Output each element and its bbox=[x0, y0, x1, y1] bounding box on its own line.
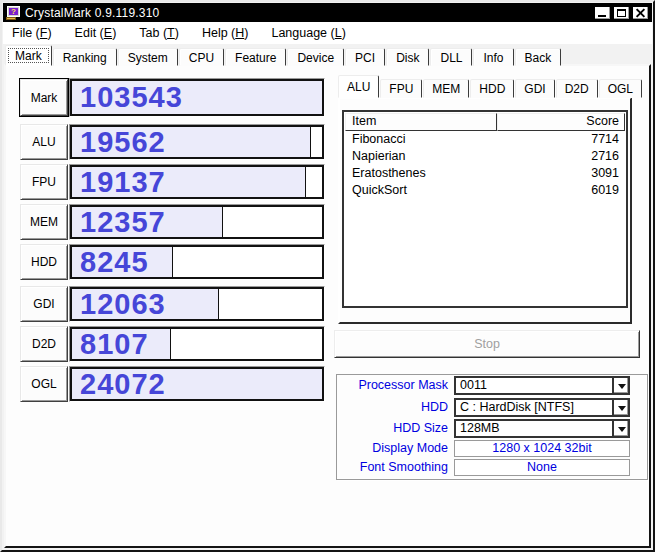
menu-bar: File (F) Edit (E) Tab (T) Help (H) Langu… bbox=[3, 22, 652, 44]
tab-system[interactable]: System bbox=[118, 48, 178, 66]
mark-button[interactable]: Mark bbox=[20, 79, 68, 116]
item-cell: Napierian bbox=[345, 148, 497, 165]
fpu-button[interactable]: FPU bbox=[20, 164, 68, 200]
app-window: ? CrystalMark 0.9.119.310 File (F) Edit … bbox=[0, 0, 655, 552]
detail-tab-ogl[interactable]: OGL bbox=[599, 79, 642, 98]
detail-tab-alu[interactable]: ALU bbox=[338, 75, 379, 98]
score-bar-gdi: 12063 bbox=[69, 286, 325, 322]
d2d-button[interactable]: D2D bbox=[20, 326, 68, 362]
item-cell: Eratosthenes bbox=[345, 165, 497, 182]
tab-disk[interactable]: Disk bbox=[386, 48, 429, 66]
benchmark-table-body: Fibonacci7714Napierian2716Eratosthenes30… bbox=[345, 131, 625, 199]
display-mode-value: 1280 x 1024 32bit bbox=[454, 440, 630, 457]
column-header-item[interactable]: Item bbox=[345, 113, 497, 131]
column-header-score[interactable]: Score bbox=[497, 113, 625, 131]
tab-feature[interactable]: Feature bbox=[225, 48, 286, 66]
detail-tab-d2d[interactable]: D2D bbox=[556, 79, 598, 98]
maximize-icon[interactable] bbox=[613, 6, 630, 20]
detail-tab-fpu[interactable]: FPU bbox=[380, 79, 422, 98]
alu-button[interactable]: ALU bbox=[20, 124, 68, 160]
table-row[interactable]: Fibonacci7714 bbox=[345, 131, 625, 148]
hdd-select[interactable]: C : HardDisk [NTFS] bbox=[454, 398, 630, 417]
window-title: CrystalMark 0.9.119.310 bbox=[25, 6, 159, 20]
stop-button[interactable]: Stop bbox=[334, 330, 640, 358]
chevron-down-icon[interactable] bbox=[612, 378, 628, 393]
score-bar-d2d: 8107 bbox=[69, 326, 325, 362]
score-cell: 3091 bbox=[497, 165, 625, 182]
tab-cpu[interactable]: CPU bbox=[179, 48, 224, 66]
processor-mask-select[interactable]: 0011 bbox=[454, 376, 630, 395]
font-smoothing-value: None bbox=[454, 459, 630, 476]
table-header: Item Score bbox=[345, 113, 625, 131]
score-cell: 6019 bbox=[497, 182, 625, 199]
display-mode-label: Display Mode bbox=[342, 440, 448, 457]
font-smoothing-label: Font Smoothing bbox=[342, 459, 448, 476]
chevron-down-icon[interactable] bbox=[612, 421, 628, 436]
score-bar-mem: 12357 bbox=[69, 204, 325, 240]
processor-mask-label: Processor Mask bbox=[342, 376, 448, 395]
menu-item-help[interactable]: Help (H) bbox=[202, 26, 249, 40]
title-bar[interactable]: ? CrystalMark 0.9.119.310 bbox=[3, 3, 652, 22]
detail-tab-gdi[interactable]: GDI bbox=[515, 79, 554, 98]
mem-button[interactable]: MEM bbox=[20, 204, 68, 240]
detail-tab-hdd[interactable]: HDD bbox=[470, 79, 514, 98]
detail-tab-strip: ALU FPU MEM HDD GDI D2D OGL bbox=[338, 75, 643, 98]
score-value-hdd: 8245 bbox=[72, 248, 149, 277]
score-bar-ogl: 24072 bbox=[69, 366, 325, 402]
score-value-mark: 103543 bbox=[72, 83, 183, 112]
tab-dll[interactable]: DLL bbox=[430, 48, 472, 66]
table-row[interactable]: QuickSort6019 bbox=[345, 182, 625, 199]
score-value-alu: 19562 bbox=[72, 128, 166, 157]
score-cell: 7714 bbox=[497, 131, 625, 148]
hdd-button[interactable]: HDD bbox=[20, 244, 68, 280]
item-cell: QuickSort bbox=[345, 182, 497, 199]
item-cell: Fibonacci bbox=[345, 131, 497, 148]
main-tab-strip: Mark Ranking System CPU Feature Device P… bbox=[5, 45, 562, 66]
score-value-gdi: 12063 bbox=[72, 290, 166, 319]
score-bar-alu: 19562 bbox=[69, 124, 325, 160]
benchmark-table: Item Score Fibonacci7714Napierian2716Era… bbox=[342, 110, 628, 308]
score-bar-fpu: 19137 bbox=[69, 164, 325, 200]
tab-info[interactable]: Info bbox=[473, 48, 513, 66]
app-icon: ? bbox=[6, 6, 21, 20]
hdd-size-select[interactable]: 128MB bbox=[454, 419, 630, 438]
score-bar-hdd: 8245 bbox=[69, 244, 325, 280]
tab-device[interactable]: Device bbox=[287, 48, 344, 66]
score-value-ogl: 24072 bbox=[72, 370, 166, 399]
table-row[interactable]: Napierian2716 bbox=[345, 148, 625, 165]
tab-back[interactable]: Back bbox=[515, 48, 562, 66]
score-cell: 2716 bbox=[497, 148, 625, 165]
menu-item-language[interactable]: Language (L) bbox=[271, 26, 345, 40]
table-row[interactable]: Eratosthenes3091 bbox=[345, 165, 625, 182]
tab-mark[interactable]: Mark bbox=[5, 45, 52, 66]
menu-item-edit[interactable]: Edit (E) bbox=[75, 26, 117, 40]
tab-pci[interactable]: PCI bbox=[345, 48, 385, 66]
menu-item-file[interactable]: File (F) bbox=[12, 26, 52, 40]
detail-tab-mem[interactable]: MEM bbox=[423, 79, 469, 98]
ogl-button[interactable]: OGL bbox=[20, 366, 68, 402]
minimize-icon[interactable] bbox=[594, 6, 611, 20]
hdd-label: HDD bbox=[342, 398, 448, 417]
chevron-down-icon[interactable] bbox=[612, 400, 628, 415]
menu-item-tab[interactable]: Tab (T) bbox=[139, 26, 179, 40]
tab-ranking[interactable]: Ranking bbox=[53, 48, 117, 66]
hdd-size-label: HDD Size bbox=[342, 419, 448, 438]
gdi-button[interactable]: GDI bbox=[20, 286, 68, 322]
score-bar-mark: 103543 bbox=[69, 78, 325, 117]
score-value-d2d: 8107 bbox=[72, 330, 149, 359]
score-value-mem: 12357 bbox=[72, 208, 166, 237]
close-icon[interactable] bbox=[632, 6, 649, 20]
score-value-fpu: 19137 bbox=[72, 168, 166, 197]
